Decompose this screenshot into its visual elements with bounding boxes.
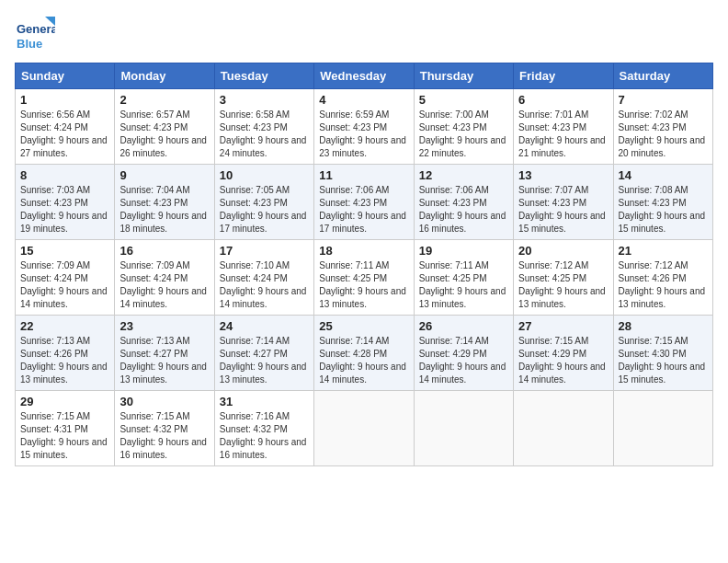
calendar-cell: 25Sunrise: 7:14 AMSunset: 4:28 PMDayligh…	[314, 316, 414, 391]
day-number: 15	[20, 244, 109, 258]
calendar-cell: 1Sunrise: 6:56 AMSunset: 4:24 PMDaylight…	[16, 89, 115, 165]
calendar-week-row-5: 29Sunrise: 7:15 AMSunset: 4:31 PMDayligh…	[16, 391, 713, 466]
day-info: Sunrise: 7:07 AMSunset: 4:23 PMDaylight:…	[518, 184, 608, 236]
calendar-week-row-1: 1Sunrise: 6:56 AMSunset: 4:24 PMDaylight…	[16, 89, 713, 165]
day-number: 14	[619, 168, 708, 182]
logo: GeneralBlue	[15, 15, 55, 55]
day-number: 26	[419, 319, 508, 333]
day-number: 6	[518, 93, 608, 107]
calendar-cell: 15Sunrise: 7:09 AMSunset: 4:24 PMDayligh…	[16, 240, 115, 316]
day-info: Sunrise: 7:15 AMSunset: 4:29 PMDaylight:…	[518, 335, 608, 386]
day-info: Sunrise: 7:01 AMSunset: 4:23 PMDaylight:…	[518, 109, 608, 160]
svg-text:Blue: Blue	[17, 37, 42, 51]
day-info: Sunrise: 7:08 AMSunset: 4:23 PMDaylight:…	[619, 184, 708, 236]
calendar-cell: 3Sunrise: 6:58 AMSunset: 4:23 PMDaylight…	[214, 89, 313, 165]
day-info: Sunrise: 7:12 AMSunset: 4:26 PMDaylight:…	[619, 259, 708, 311]
svg-text:General: General	[17, 22, 55, 36]
calendar-cell: 11Sunrise: 7:06 AMSunset: 4:23 PMDayligh…	[314, 165, 414, 240]
weekday-header-tuesday: Tuesday	[214, 63, 313, 89]
calendar-cell: 18Sunrise: 7:11 AMSunset: 4:25 PMDayligh…	[314, 240, 414, 316]
day-info: Sunrise: 7:13 AMSunset: 4:26 PMDaylight:…	[20, 335, 109, 386]
day-info: Sunrise: 7:14 AMSunset: 4:28 PMDaylight:…	[319, 335, 408, 386]
calendar-cell: 7Sunrise: 7:02 AMSunset: 4:23 PMDaylight…	[613, 89, 712, 165]
day-info: Sunrise: 7:02 AMSunset: 4:23 PMDaylight:…	[619, 109, 708, 160]
day-info: Sunrise: 7:15 AMSunset: 4:32 PMDaylight:…	[119, 410, 209, 462]
calendar-cell	[514, 391, 613, 466]
day-info: Sunrise: 7:09 AMSunset: 4:24 PMDaylight:…	[20, 259, 109, 311]
day-info: Sunrise: 7:15 AMSunset: 4:30 PMDaylight:…	[619, 335, 708, 386]
calendar-cell: 27Sunrise: 7:15 AMSunset: 4:29 PMDayligh…	[514, 316, 613, 391]
day-info: Sunrise: 7:10 AMSunset: 4:24 PMDaylight:…	[220, 259, 309, 311]
day-number: 24	[220, 319, 309, 333]
day-number: 3	[220, 93, 309, 107]
calendar-table: SundayMondayTuesdayWednesdayThursdayFrid…	[15, 63, 713, 466]
calendar-cell: 21Sunrise: 7:12 AMSunset: 4:26 PMDayligh…	[613, 240, 712, 316]
calendar-cell: 10Sunrise: 7:05 AMSunset: 4:23 PMDayligh…	[214, 165, 313, 240]
calendar-cell	[314, 391, 414, 466]
day-info: Sunrise: 7:06 AMSunset: 4:23 PMDaylight:…	[419, 184, 508, 236]
day-info: Sunrise: 7:12 AMSunset: 4:25 PMDaylight:…	[518, 259, 608, 311]
calendar-week-row-3: 15Sunrise: 7:09 AMSunset: 4:24 PMDayligh…	[16, 240, 713, 316]
weekday-header-monday: Monday	[115, 63, 214, 89]
weekday-header-friday: Friday	[514, 63, 613, 89]
calendar-cell: 24Sunrise: 7:14 AMSunset: 4:27 PMDayligh…	[214, 316, 313, 391]
day-number: 18	[319, 244, 408, 258]
day-number: 23	[119, 319, 209, 333]
calendar-cell: 26Sunrise: 7:14 AMSunset: 4:29 PMDayligh…	[414, 316, 513, 391]
calendar-cell: 23Sunrise: 7:13 AMSunset: 4:27 PMDayligh…	[115, 316, 214, 391]
calendar-cell: 17Sunrise: 7:10 AMSunset: 4:24 PMDayligh…	[214, 240, 313, 316]
day-info: Sunrise: 7:05 AMSunset: 4:23 PMDaylight:…	[220, 184, 309, 236]
day-info: Sunrise: 7:11 AMSunset: 4:25 PMDaylight:…	[319, 259, 408, 311]
day-number: 5	[419, 93, 508, 107]
day-info: Sunrise: 7:03 AMSunset: 4:23 PMDaylight:…	[20, 184, 109, 236]
calendar-week-row-4: 22Sunrise: 7:13 AMSunset: 4:26 PMDayligh…	[16, 316, 713, 391]
calendar-cell: 8Sunrise: 7:03 AMSunset: 4:23 PMDaylight…	[16, 165, 115, 240]
day-info: Sunrise: 7:06 AMSunset: 4:23 PMDaylight:…	[319, 184, 408, 236]
day-number: 10	[220, 168, 309, 182]
day-number: 13	[518, 168, 608, 182]
day-number: 21	[619, 244, 708, 258]
day-number: 17	[220, 244, 309, 258]
day-number: 29	[20, 395, 109, 408]
day-info: Sunrise: 6:58 AMSunset: 4:23 PMDaylight:…	[220, 109, 309, 160]
day-number: 31	[220, 395, 309, 408]
day-info: Sunrise: 7:15 AMSunset: 4:31 PMDaylight:…	[20, 410, 109, 462]
weekday-header-saturday: Saturday	[613, 63, 712, 89]
calendar-cell: 5Sunrise: 7:00 AMSunset: 4:23 PMDaylight…	[414, 89, 513, 165]
calendar-cell: 29Sunrise: 7:15 AMSunset: 4:31 PMDayligh…	[16, 391, 115, 466]
calendar-cell: 19Sunrise: 7:11 AMSunset: 4:25 PMDayligh…	[414, 240, 513, 316]
calendar-cell: 14Sunrise: 7:08 AMSunset: 4:23 PMDayligh…	[613, 165, 712, 240]
day-info: Sunrise: 7:04 AMSunset: 4:23 PMDaylight:…	[119, 184, 209, 236]
day-number: 12	[419, 168, 508, 182]
day-number: 9	[119, 168, 209, 182]
day-info: Sunrise: 7:13 AMSunset: 4:27 PMDaylight:…	[119, 335, 209, 386]
day-number: 1	[20, 93, 109, 107]
day-info: Sunrise: 6:59 AMSunset: 4:23 PMDaylight:…	[319, 109, 408, 160]
calendar-cell: 6Sunrise: 7:01 AMSunset: 4:23 PMDaylight…	[514, 89, 613, 165]
weekday-header-wednesday: Wednesday	[314, 63, 414, 89]
weekday-header-sunday: Sunday	[16, 63, 115, 89]
day-info: Sunrise: 7:16 AMSunset: 4:32 PMDaylight:…	[220, 410, 309, 462]
day-number: 19	[419, 244, 508, 258]
day-number: 7	[619, 93, 708, 107]
calendar-week-row-2: 8Sunrise: 7:03 AMSunset: 4:23 PMDaylight…	[16, 165, 713, 240]
calendar-cell: 31Sunrise: 7:16 AMSunset: 4:32 PMDayligh…	[214, 391, 313, 466]
calendar-cell: 13Sunrise: 7:07 AMSunset: 4:23 PMDayligh…	[514, 165, 613, 240]
calendar-cell	[414, 391, 513, 466]
weekday-header-row: SundayMondayTuesdayWednesdayThursdayFrid…	[16, 63, 713, 89]
day-info: Sunrise: 7:14 AMSunset: 4:29 PMDaylight:…	[419, 335, 508, 386]
day-number: 4	[319, 93, 408, 107]
logo-icon: GeneralBlue	[15, 15, 55, 55]
day-number: 11	[319, 168, 408, 182]
calendar-cell: 4Sunrise: 6:59 AMSunset: 4:23 PMDaylight…	[314, 89, 414, 165]
weekday-header-thursday: Thursday	[414, 63, 513, 89]
day-info: Sunrise: 6:57 AMSunset: 4:23 PMDaylight:…	[119, 109, 209, 160]
calendar-cell: 16Sunrise: 7:09 AMSunset: 4:24 PMDayligh…	[115, 240, 214, 316]
calendar-cell: 12Sunrise: 7:06 AMSunset: 4:23 PMDayligh…	[414, 165, 513, 240]
day-number: 25	[319, 319, 408, 333]
day-info: Sunrise: 7:11 AMSunset: 4:25 PMDaylight:…	[419, 259, 508, 311]
calendar-cell: 20Sunrise: 7:12 AMSunset: 4:25 PMDayligh…	[514, 240, 613, 316]
calendar-cell: 2Sunrise: 6:57 AMSunset: 4:23 PMDaylight…	[115, 89, 214, 165]
calendar-cell: 22Sunrise: 7:13 AMSunset: 4:26 PMDayligh…	[16, 316, 115, 391]
day-info: Sunrise: 7:00 AMSunset: 4:23 PMDaylight:…	[419, 109, 508, 160]
